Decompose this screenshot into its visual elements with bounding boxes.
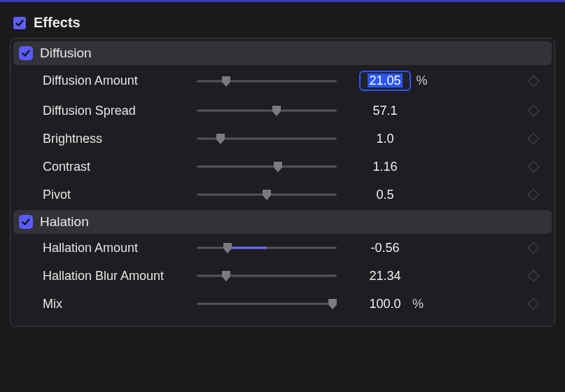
slider-track <box>197 166 337 168</box>
param-value-cell: 0.5 <box>337 188 456 202</box>
keyframe-icon[interactable] <box>528 105 540 117</box>
check-icon <box>21 217 31 227</box>
param-label: Hallation Amount <box>43 241 197 255</box>
diffusion-amount-value-input[interactable]: 21.05 <box>359 71 410 91</box>
halation-amount-value[interactable]: -0.56 <box>363 241 407 255</box>
effects-header: Effects <box>10 10 555 38</box>
param-value-cell: 57.1 <box>337 104 456 118</box>
keyframe-icon[interactable] <box>528 161 540 173</box>
param-row-diffusion-spread: Diffusion Spread 57.1 <box>12 97 553 125</box>
effects-panel-body: Diffusion Diffusion Amount 21.05 % <box>10 38 555 327</box>
slider-thumb[interactable] <box>221 241 234 254</box>
halation-enable-checkbox[interactable] <box>19 215 33 229</box>
param-unit: % <box>417 74 433 88</box>
mix-slider[interactable] <box>197 295 337 312</box>
diffusion-enable-checkbox[interactable] <box>19 46 33 60</box>
param-value-cell: 21.34 <box>337 269 456 284</box>
param-row-brightness: Brightness 1.0 <box>12 125 553 153</box>
param-label: Diffusion Amount <box>43 74 197 88</box>
param-label: Brightness <box>43 132 197 146</box>
section-header-diffusion[interactable]: Diffusion <box>13 41 552 65</box>
keyframe-icon[interactable] <box>528 189 540 201</box>
slider-track <box>197 80 337 82</box>
slider-thumb[interactable] <box>214 132 227 145</box>
diffusion-amount-slider[interactable] <box>197 73 337 90</box>
param-value-cell: -0.56 <box>337 241 456 255</box>
slider-track <box>197 247 337 249</box>
diffusion-section-title: Diffusion <box>40 46 92 61</box>
param-value: 21.05 <box>368 74 402 88</box>
effects-title: Effects <box>34 15 81 31</box>
check-icon <box>21 48 31 58</box>
slider-thumb[interactable] <box>220 75 232 88</box>
section-header-halation[interactable]: Halation <box>13 210 552 234</box>
brightness-value[interactable]: 1.0 <box>363 132 407 146</box>
halation-section-title: Halation <box>40 214 89 230</box>
param-row-diffusion-amount: Diffusion Amount 21.05 % <box>12 65 553 97</box>
mix-value[interactable]: 100.0 <box>363 297 407 312</box>
effects-panel: Effects Diffusion Diffusion Amount <box>0 4 565 327</box>
param-row-pivot: Pivot 0.5 <box>12 181 553 209</box>
check-icon <box>15 18 25 28</box>
param-label: Contrast <box>43 160 197 174</box>
param-row-mix: Mix 100.0 % <box>12 290 553 318</box>
slider-thumb[interactable] <box>272 160 284 173</box>
keyframe-icon[interactable] <box>528 298 540 310</box>
param-label: Pivot <box>43 188 197 202</box>
pivot-value[interactable]: 0.5 <box>363 188 407 202</box>
param-value-cell: 1.0 <box>337 132 456 146</box>
brightness-slider[interactable] <box>197 130 337 147</box>
param-unit: % <box>412 297 429 312</box>
param-row-contrast: Contrast 1.16 <box>12 153 553 181</box>
slider-thumb[interactable] <box>326 298 339 310</box>
slider-track <box>197 275 337 277</box>
halation-blur-value[interactable]: 21.34 <box>363 269 407 284</box>
param-row-halation-blur: Hallation Blur Amount 21.34 <box>12 262 553 290</box>
param-row-halation-amount: Hallation Amount -0.56 <box>12 234 553 262</box>
param-value-cell: 100.0 % <box>337 297 456 312</box>
slider-thumb[interactable] <box>260 188 273 201</box>
slider-thumb[interactable] <box>270 104 283 117</box>
window-accent-line <box>0 0 565 2</box>
halation-blur-slider[interactable] <box>197 267 337 284</box>
pivot-slider[interactable] <box>197 186 337 203</box>
effects-enable-checkbox[interactable] <box>13 16 27 30</box>
keyframe-icon[interactable] <box>528 270 540 282</box>
halation-amount-slider[interactable] <box>197 239 337 256</box>
param-label: Hallation Blur Amount <box>43 269 197 284</box>
slider-track <box>197 303 337 305</box>
contrast-value[interactable]: 1.16 <box>363 160 407 174</box>
keyframe-icon[interactable] <box>528 242 540 254</box>
param-value-cell: 21.05 % <box>337 71 456 91</box>
diffusion-spread-slider[interactable] <box>197 102 337 119</box>
slider-track <box>197 110 337 112</box>
param-label: Diffusion Spread <box>43 104 197 118</box>
keyframe-icon[interactable] <box>528 75 540 87</box>
param-value-cell: 1.16 <box>337 160 456 174</box>
contrast-slider[interactable] <box>197 158 337 175</box>
slider-thumb[interactable] <box>220 270 232 282</box>
keyframe-icon[interactable] <box>528 133 540 145</box>
param-label: Mix <box>43 297 197 312</box>
diffusion-spread-value[interactable]: 57.1 <box>363 104 407 118</box>
